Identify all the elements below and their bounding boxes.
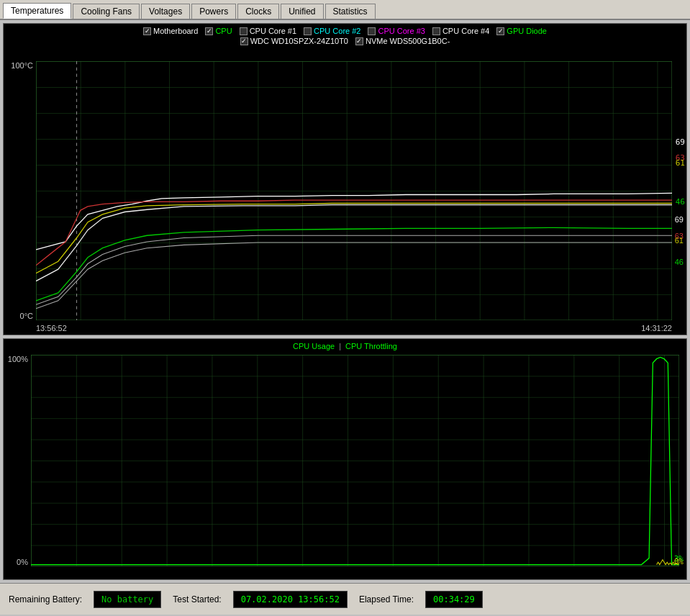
temp-y-axis: 100°C 0°C [4, 61, 36, 320]
main-content: Motherboard CPU CPU Core #1 CPU Core #2 [0, 20, 690, 583]
tab-voltages[interactable]: Voltages [141, 4, 190, 19]
legend-cb-gpu-diode[interactable] [496, 27, 504, 35]
legend-cb-cpu-core4[interactable] [432, 27, 440, 35]
legend-cpu: CPU [205, 27, 232, 35]
temp-chart-container: Motherboard CPU CPU Core #1 CPU Core #2 [4, 24, 686, 335]
test-started-value: 07.02.2020 13:56:52 [233, 591, 348, 608]
tab-clocks[interactable]: Clocks [237, 4, 279, 19]
svg-rect-4 [36, 61, 672, 320]
temp-val-61: 61 [675, 236, 684, 245]
temp-x-end: 14:31:22 [641, 324, 672, 332]
legend-cpu-core1: CPU Core #1 [240, 27, 296, 35]
legend-gpu-diode: GPU Diode [496, 27, 547, 35]
legend-motherboard: Motherboard [143, 27, 198, 35]
temp-label-69: 69 [676, 137, 685, 147]
cpu-chart-svg [31, 355, 679, 566]
tab-statistics[interactable]: Statistics [325, 4, 376, 19]
temp-x-axis: 13:56:52 14:31:22 [36, 324, 672, 332]
tab-temperatures[interactable]: Temperatures [3, 3, 71, 19]
cpu-y-axis: 100% 0% [4, 355, 31, 566]
legend-cb-cpu-core3[interactable] [368, 27, 376, 35]
cpu-y-max: 100% [8, 355, 28, 363]
temp-val-46: 46 [675, 258, 684, 266]
legend-cpu-core2: CPU Core #2 [304, 27, 360, 35]
temp-y-max: 100°C [11, 61, 33, 70]
tab-bar: Temperatures Cooling Fans Voltages Power… [0, 0, 690, 20]
tab-powers[interactable]: Powers [191, 4, 236, 19]
cpu-usage-label: CPU Usage [293, 342, 335, 350]
temp-legend: Motherboard CPU CPU Core #1 CPU Core #2 [4, 25, 686, 47]
elapsed-value: 00:34:29 [425, 591, 483, 608]
legend-cpu-core3: CPU Core #3 [368, 27, 425, 35]
legend-nvme: NVMe WDS500G1B0C- [355, 37, 450, 45]
cpu-chart-panel: CPU Usage | CPU Throttling 100% 0% [3, 338, 687, 580]
legend-wdc: WDC WD10SPZX-24Z10T0 [240, 37, 348, 45]
legend-cb-cpu-core2[interactable] [304, 27, 312, 35]
tab-cooling-fans[interactable]: Cooling Fans [73, 4, 140, 19]
status-bar: Remaining Battery: No battery Test Start… [0, 583, 690, 615]
legend-cpu-core4: CPU Core #4 [432, 27, 489, 35]
temp-label-46: 46 [676, 197, 685, 207]
temp-chart-svg [36, 61, 672, 320]
elapsed-label: Elapsed Time: [359, 594, 414, 604]
temp-val-69: 69 [675, 215, 684, 224]
legend-cb-nvme[interactable] [355, 37, 363, 45]
temperature-chart-panel: Motherboard CPU CPU Core #1 CPU Core #2 [3, 23, 687, 335]
legend-cb-wdc[interactable] [240, 37, 248, 45]
test-started-label: Test Started: [173, 594, 221, 604]
temp-y-min: 0°C [20, 312, 33, 320]
temp-x-start: 13:56:52 [36, 324, 67, 332]
cpu-throttle-label: CPU Throttling [345, 342, 397, 350]
cpu-val-0: 0% [674, 557, 684, 566]
legend-cb-motherboard[interactable] [143, 27, 151, 35]
temp-label-61: 61 [676, 158, 685, 168]
cpu-title-sep: | [339, 342, 341, 350]
battery-value: No battery [94, 591, 161, 608]
cpu-chart-container: CPU Usage | CPU Throttling 100% 0% [4, 339, 686, 579]
legend-cb-cpu-core1[interactable] [240, 27, 248, 35]
battery-label: Remaining Battery: [9, 594, 82, 604]
cpu-y-min: 0% [17, 558, 28, 566]
svg-rect-11 [31, 355, 679, 566]
legend-cb-cpu[interactable] [205, 27, 213, 35]
tab-unified[interactable]: Unified [281, 4, 323, 19]
cpu-chart-title: CPU Usage | CPU Throttling [4, 342, 686, 350]
